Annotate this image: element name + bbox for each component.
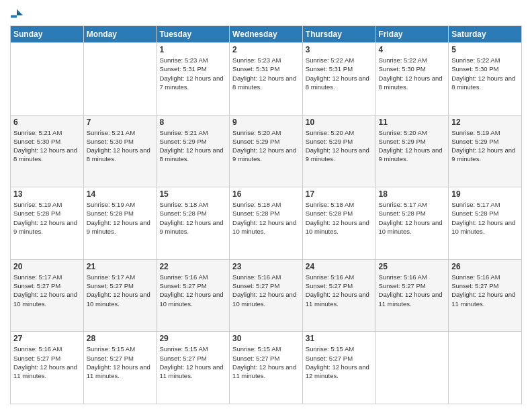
- day-info: Sunrise: 5:15 AM Sunset: 5:27 PM Dayligh…: [232, 345, 300, 380]
- day-info: Sunrise: 5:16 AM Sunset: 5:27 PM Dayligh…: [306, 273, 373, 308]
- day-info: Sunrise: 5:23 AM Sunset: 5:31 PM Dayligh…: [159, 56, 226, 91]
- logo-icon: [10, 7, 24, 20]
- day-info: Sunrise: 5:23 AM Sunset: 5:31 PM Dayligh…: [232, 56, 300, 91]
- weekday-header: Wednesday: [230, 26, 303, 43]
- day-number: 26: [451, 262, 519, 271]
- day-info: Sunrise: 5:15 AM Sunset: 5:27 PM Dayligh…: [306, 345, 373, 380]
- day-number: 30: [232, 334, 300, 343]
- calendar-cell: 17Sunrise: 5:18 AM Sunset: 5:28 PM Dayli…: [302, 187, 375, 260]
- day-info: Sunrise: 5:19 AM Sunset: 5:29 PM Dayligh…: [451, 128, 519, 164]
- day-number: 12: [451, 118, 519, 127]
- calendar-cell: 7Sunrise: 5:21 AM Sunset: 5:30 PM Daylig…: [83, 115, 157, 187]
- calendar-cell: 10Sunrise: 5:20 AM Sunset: 5:29 PM Dayli…: [302, 115, 375, 187]
- weekday-header: Sunday: [11, 26, 84, 43]
- calendar-body: 1Sunrise: 5:23 AM Sunset: 5:31 PM Daylig…: [11, 43, 522, 404]
- calendar-cell: [83, 43, 157, 116]
- day-info: Sunrise: 5:16 AM Sunset: 5:27 PM Dayligh…: [451, 273, 519, 308]
- day-number: 8: [159, 118, 226, 127]
- calendar-cell: 26Sunrise: 5:16 AM Sunset: 5:27 PM Dayli…: [449, 259, 522, 332]
- calendar-cell: 12Sunrise: 5:19 AM Sunset: 5:29 PM Dayli…: [449, 115, 522, 187]
- day-info: Sunrise: 5:20 AM Sunset: 5:29 PM Dayligh…: [306, 128, 373, 164]
- day-info: Sunrise: 5:21 AM Sunset: 5:30 PM Dayligh…: [13, 128, 81, 164]
- header: [10, 7, 522, 20]
- day-info: Sunrise: 5:15 AM Sunset: 5:27 PM Dayligh…: [87, 345, 154, 380]
- calendar-cell: 24Sunrise: 5:16 AM Sunset: 5:27 PM Dayli…: [302, 259, 375, 332]
- day-number: 6: [13, 118, 81, 127]
- day-number: 18: [379, 189, 446, 199]
- calendar-cell: 29Sunrise: 5:15 AM Sunset: 5:27 PM Dayli…: [157, 332, 230, 404]
- day-number: 16: [232, 189, 300, 199]
- calendar-cell: 22Sunrise: 5:16 AM Sunset: 5:27 PM Dayli…: [157, 259, 230, 332]
- day-number: 11: [379, 118, 446, 127]
- day-info: Sunrise: 5:22 AM Sunset: 5:30 PM Dayligh…: [379, 56, 446, 91]
- day-number: 13: [13, 189, 81, 199]
- calendar-cell: 11Sunrise: 5:20 AM Sunset: 5:29 PM Dayli…: [375, 115, 449, 187]
- day-info: Sunrise: 5:16 AM Sunset: 5:27 PM Dayligh…: [232, 273, 300, 308]
- day-info: Sunrise: 5:17 AM Sunset: 5:28 PM Dayligh…: [379, 200, 446, 236]
- calendar-cell: 31Sunrise: 5:15 AM Sunset: 5:27 PM Dayli…: [302, 332, 375, 404]
- calendar-cell: 5Sunrise: 5:22 AM Sunset: 5:30 PM Daylig…: [449, 43, 522, 116]
- day-info: Sunrise: 5:18 AM Sunset: 5:28 PM Dayligh…: [232, 200, 300, 236]
- day-info: Sunrise: 5:22 AM Sunset: 5:31 PM Dayligh…: [306, 56, 373, 91]
- calendar-header: SundayMondayTuesdayWednesdayThursdayFrid…: [11, 26, 522, 43]
- calendar-cell: 15Sunrise: 5:18 AM Sunset: 5:28 PM Dayli…: [157, 187, 230, 260]
- calendar-cell: 21Sunrise: 5:17 AM Sunset: 5:27 PM Dayli…: [83, 259, 157, 332]
- calendar-week-row: 1Sunrise: 5:23 AM Sunset: 5:31 PM Daylig…: [11, 43, 522, 116]
- svg-rect-2: [11, 15, 17, 18]
- day-number: 20: [13, 262, 81, 271]
- day-number: 17: [306, 189, 373, 199]
- calendar-cell: 4Sunrise: 5:22 AM Sunset: 5:30 PM Daylig…: [375, 43, 449, 116]
- calendar-week-row: 13Sunrise: 5:19 AM Sunset: 5:28 PM Dayli…: [11, 187, 522, 260]
- day-info: Sunrise: 5:16 AM Sunset: 5:27 PM Dayligh…: [13, 345, 81, 380]
- calendar-cell: 28Sunrise: 5:15 AM Sunset: 5:27 PM Dayli…: [83, 332, 157, 404]
- calendar-cell: 30Sunrise: 5:15 AM Sunset: 5:27 PM Dayli…: [230, 332, 303, 404]
- weekday-header: Tuesday: [157, 26, 230, 43]
- calendar-cell: 16Sunrise: 5:18 AM Sunset: 5:28 PM Dayli…: [230, 187, 303, 260]
- day-number: 5: [451, 45, 519, 54]
- calendar-cell: 8Sunrise: 5:21 AM Sunset: 5:29 PM Daylig…: [157, 115, 230, 187]
- day-info: Sunrise: 5:20 AM Sunset: 5:29 PM Dayligh…: [232, 128, 300, 164]
- calendar-cell: 18Sunrise: 5:17 AM Sunset: 5:28 PM Dayli…: [375, 187, 449, 260]
- day-info: Sunrise: 5:15 AM Sunset: 5:27 PM Dayligh…: [159, 345, 226, 380]
- logo-text: [10, 7, 26, 20]
- day-info: Sunrise: 5:17 AM Sunset: 5:27 PM Dayligh…: [13, 273, 81, 308]
- calendar-cell: 27Sunrise: 5:16 AM Sunset: 5:27 PM Dayli…: [11, 332, 84, 404]
- day-info: Sunrise: 5:18 AM Sunset: 5:28 PM Dayligh…: [306, 200, 373, 236]
- weekday-header: Thursday: [302, 26, 375, 43]
- day-info: Sunrise: 5:17 AM Sunset: 5:27 PM Dayligh…: [87, 273, 154, 308]
- calendar-cell: [375, 332, 449, 404]
- day-info: Sunrise: 5:21 AM Sunset: 5:30 PM Dayligh…: [87, 128, 154, 164]
- day-number: 31: [306, 334, 373, 343]
- day-info: Sunrise: 5:19 AM Sunset: 5:28 PM Dayligh…: [87, 200, 154, 236]
- day-number: 28: [87, 334, 154, 343]
- day-info: Sunrise: 5:20 AM Sunset: 5:29 PM Dayligh…: [379, 128, 446, 164]
- page: SundayMondayTuesdayWednesdayThursdayFrid…: [0, 0, 532, 411]
- day-number: 19: [451, 189, 519, 199]
- calendar-cell: 25Sunrise: 5:16 AM Sunset: 5:27 PM Dayli…: [375, 259, 449, 332]
- day-number: 2: [232, 45, 300, 54]
- day-info: Sunrise: 5:16 AM Sunset: 5:27 PM Dayligh…: [159, 273, 226, 308]
- calendar-cell: 20Sunrise: 5:17 AM Sunset: 5:27 PM Dayli…: [11, 259, 84, 332]
- day-number: 23: [232, 262, 300, 271]
- calendar-cell: 14Sunrise: 5:19 AM Sunset: 5:28 PM Dayli…: [83, 187, 157, 260]
- calendar-cell: 2Sunrise: 5:23 AM Sunset: 5:31 PM Daylig…: [230, 43, 303, 116]
- day-info: Sunrise: 5:19 AM Sunset: 5:28 PM Dayligh…: [13, 200, 81, 236]
- weekday-header: Monday: [83, 26, 157, 43]
- calendar-cell: [449, 332, 522, 404]
- day-number: 4: [379, 45, 446, 54]
- calendar-cell: 13Sunrise: 5:19 AM Sunset: 5:28 PM Dayli…: [11, 187, 84, 260]
- day-number: 3: [306, 45, 373, 54]
- day-number: 24: [306, 262, 373, 271]
- calendar-cell: 19Sunrise: 5:17 AM Sunset: 5:28 PM Dayli…: [449, 187, 522, 260]
- calendar-week-row: 27Sunrise: 5:16 AM Sunset: 5:27 PM Dayli…: [11, 332, 522, 404]
- calendar-cell: 3Sunrise: 5:22 AM Sunset: 5:31 PM Daylig…: [302, 43, 375, 116]
- weekday-row: SundayMondayTuesdayWednesdayThursdayFrid…: [11, 26, 522, 43]
- day-info: Sunrise: 5:21 AM Sunset: 5:29 PM Dayligh…: [159, 128, 226, 164]
- day-number: 7: [87, 118, 154, 127]
- calendar-cell: 9Sunrise: 5:20 AM Sunset: 5:29 PM Daylig…: [230, 115, 303, 187]
- day-info: Sunrise: 5:16 AM Sunset: 5:27 PM Dayligh…: [379, 273, 446, 308]
- day-number: 29: [159, 334, 226, 343]
- calendar-week-row: 20Sunrise: 5:17 AM Sunset: 5:27 PM Dayli…: [11, 259, 522, 332]
- day-number: 14: [87, 189, 154, 199]
- calendar-cell: 23Sunrise: 5:16 AM Sunset: 5:27 PM Dayli…: [230, 259, 303, 332]
